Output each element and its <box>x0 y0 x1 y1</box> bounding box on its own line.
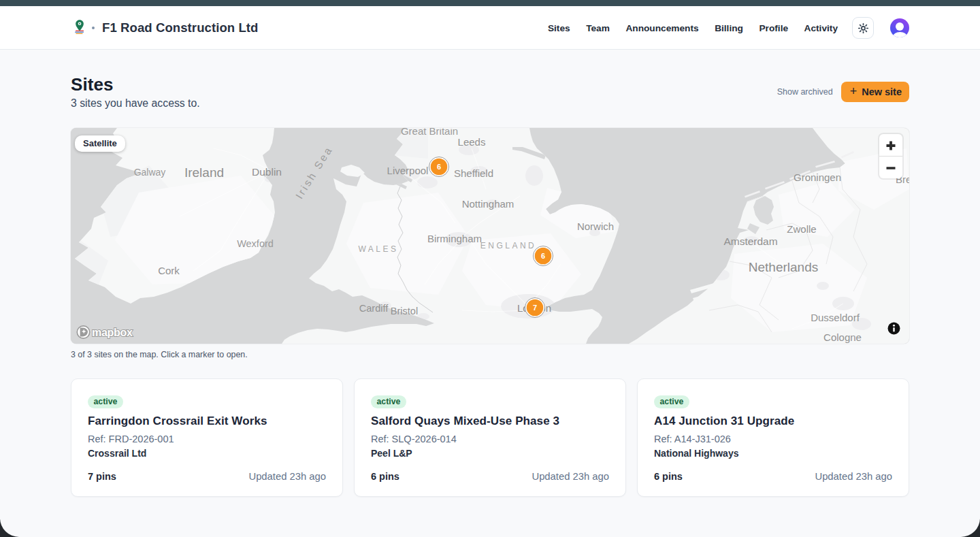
svg-text:Liverpool: Liverpool <box>387 165 429 176</box>
svg-text:Nottingham: Nottingham <box>462 198 514 210</box>
svg-text:Great Britain: Great Britain <box>401 128 458 137</box>
svg-text:Cardiff: Cardiff <box>359 303 389 314</box>
svg-text:Ireland: Ireland <box>184 165 224 180</box>
svg-text:Leeds: Leeds <box>458 136 486 148</box>
svg-text:Netherlands: Netherlands <box>749 260 818 274</box>
svg-text:7: 7 <box>533 304 537 312</box>
svg-text:Bristol: Bristol <box>391 306 418 316</box>
svg-text:Groningen: Groningen <box>794 172 841 183</box>
svg-text:Wexford: Wexford <box>237 238 274 249</box>
svg-text:WALES: WALES <box>358 244 398 254</box>
svg-text:ENGLAND: ENGLAND <box>480 241 537 250</box>
svg-text:Norwich: Norwich <box>577 221 614 232</box>
svg-text:Cologne: Cologne <box>823 331 862 343</box>
svg-text:Amsterdam: Amsterdam <box>723 235 777 247</box>
svg-text:mapbox: mapbox <box>92 327 133 338</box>
svg-text:6: 6 <box>541 252 545 260</box>
svg-text:Dublin: Dublin <box>252 166 282 178</box>
svg-text:Cork: Cork <box>158 265 180 276</box>
svg-text:Sheffield: Sheffield <box>454 167 493 179</box>
svg-text:Dusseldorf: Dusseldorf <box>811 312 860 323</box>
svg-text:Birmingham: Birmingham <box>427 233 482 244</box>
svg-text:Zwolle: Zwolle <box>787 223 816 235</box>
svg-text:6: 6 <box>437 163 441 171</box>
svg-text:Galway: Galway <box>134 167 166 178</box>
